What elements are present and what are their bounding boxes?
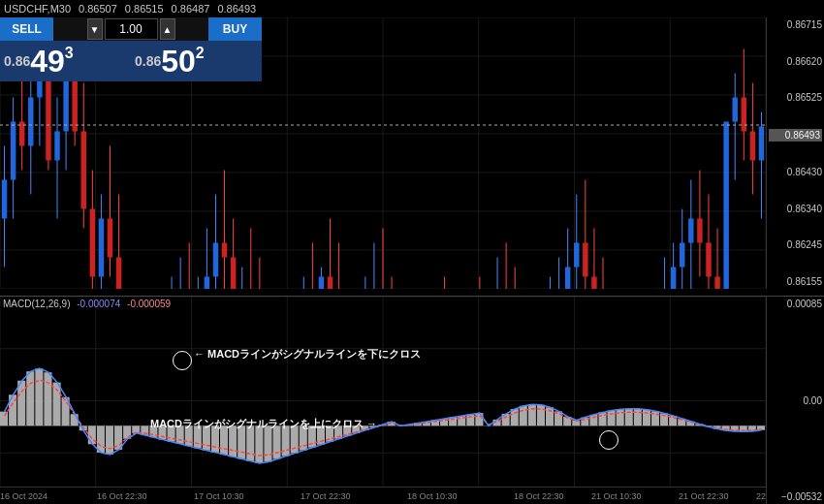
time-label-4: 18 Oct 10:30 [407, 491, 458, 501]
time-label-3: 17 Oct 22:30 [301, 491, 351, 501]
ask-info: 0.86515 [125, 3, 164, 15]
time-label-6: 21 Oct 10:30 [591, 491, 642, 501]
macd-annotation-1: ← MACDラインがシグナルラインを下にクロス [194, 347, 421, 362]
buy-button[interactable]: BUY [208, 17, 262, 41]
macd-annotation-2: MACDラインがシグナルラインを上にクロス → [150, 417, 377, 431]
bid-info: 0.86507 [79, 3, 117, 15]
time-label-8: 22 Oct 10:30 [756, 491, 766, 501]
price-level-4: 0.86430 [769, 167, 822, 177]
macd-value1: -0.000074 [77, 299, 120, 309]
time-label-2: 17 Oct 10:30 [194, 491, 244, 501]
high-info: 0.86487 [172, 3, 210, 15]
macd-scale-mid: 0.00 [769, 395, 822, 406]
bid-sup: 3 [65, 45, 74, 62]
symbol-info: USDCHF,M30 [4, 3, 71, 15]
price-level-5: 0.86340 [769, 204, 822, 214]
macd-cross-marker-2 [599, 430, 618, 450]
macd-scale-top: 0.00085 [769, 299, 822, 309]
macd-scale-bot: −0.00532 [769, 491, 822, 502]
price-level-6: 0.86245 [769, 239, 822, 250]
macd-value2: -0.000059 [127, 299, 171, 309]
price-level-7: 0.86155 [769, 276, 822, 287]
bid-main: 49 [30, 46, 65, 77]
qty-down-arrow[interactable]: ▼ [87, 18, 103, 40]
time-label-5: 18 Oct 22:30 [514, 491, 564, 501]
price-level-3: 0.86493 [769, 129, 822, 142]
price-scale: 0.867150.866200.865250.864930.864300.863… [766, 17, 824, 289]
time-label-1: 16 Oct 22:30 [97, 491, 147, 501]
price-level-2: 0.86525 [769, 92, 822, 103]
bid-prefix: 0.86 [4, 53, 30, 69]
macd-scale: 0.00085 0.00 −0.00532 [766, 296, 824, 504]
quantity-input[interactable] [105, 18, 158, 40]
macd-label: MACD(12,26,9) -0.000074 -0.000059 [3, 299, 171, 309]
qty-up-arrow[interactable]: ▲ [160, 18, 175, 40]
ask-main: 50 [161, 46, 196, 77]
macd-panel [0, 296, 766, 504]
time-label-7: 21 Oct 22:30 [679, 491, 729, 501]
ask-sup: 2 [196, 45, 205, 62]
top-bar: USDCHF,M30 0.86507 0.86515 0.86487 0.864… [0, 0, 824, 17]
macd-cross-marker-1 [173, 351, 192, 370]
close-info: 0.86493 [217, 3, 256, 15]
price-level-1: 0.86620 [769, 56, 822, 67]
ask-box: 0.86 50 2 [131, 41, 262, 81]
ask-prefix: 0.86 [135, 53, 161, 69]
time-axis: 16 Oct 202416 Oct 22:3017 Oct 10:3017 Oc… [0, 487, 766, 504]
sell-button[interactable]: SELL [0, 17, 53, 41]
bid-box: 0.86 49 3 [0, 41, 131, 81]
price-level-0: 0.86715 [769, 19, 822, 30]
trading-controls[interactable]: SELL ▼ ▲ BUY 0.86 49 3 0.86 50 2 [0, 17, 262, 76]
time-label-0: 16 Oct 2024 [0, 491, 48, 501]
